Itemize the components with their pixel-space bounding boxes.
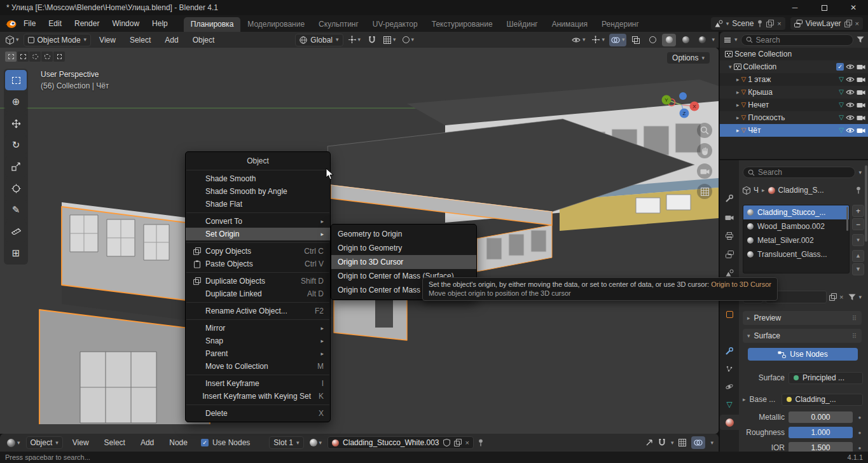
menu-item-shade-smooth-by-angle[interactable]: Shade Smooth by Angle [186,185,330,198]
expand-icon[interactable]: ▸ [736,128,740,134]
animate-dot-icon[interactable]: ● [857,445,863,451]
menu-view[interactable]: View [93,34,121,46]
view-layer-selector[interactable]: ViewLayer × [790,17,863,30]
eye-icon[interactable] [846,89,855,95]
overlays-toggle[interactable] [691,436,705,449]
expand-icon[interactable]: ▸ [736,102,740,108]
surface-shader-dropdown[interactable]: Principled ... [789,372,863,384]
copy-icon[interactable] [766,20,774,27]
menu-item-copy-objects[interactable]: Copy ObjectsCtrl C [186,245,330,258]
close-icon[interactable]: × [855,20,859,27]
tool-rotate[interactable]: ↻ [5,135,27,155]
slot-specials-dropdown[interactable]: ▾ [852,234,864,246]
menu-item-convert-to[interactable]: Convert To▸ [186,215,330,228]
blender-logo[interactable] [5,18,17,29]
use-nodes-checkbox[interactable]: ✓ Use Nodes [201,438,250,447]
camera-icon[interactable] [857,127,865,134]
unlink-icon[interactable]: × [839,293,843,301]
select-mode-tweak[interactable] [5,52,17,62]
tab-modifiers[interactable] [720,343,739,359]
menu-item-delete[interactable]: DeleteX [186,407,330,420]
animate-dot-icon[interactable]: ● [857,415,863,420]
material-slot[interactable]: Metal_Silver.002 [743,233,849,247]
editor-type-button[interactable]: ▾ [5,436,22,449]
select-mode-circle[interactable] [29,52,41,62]
menu-item-paste-objects[interactable]: Paste ObjectsCtrl V [186,258,330,270]
menu-view[interactable]: View [67,436,95,449]
menu-item-move-to-collection[interactable]: Move to CollectionM [186,360,330,373]
shader-type-dropdown[interactable]: Object ▾ [26,436,63,449]
tab-physics[interactable] [720,379,739,394]
eye-icon[interactable] [846,102,855,108]
minimize-button[interactable]: ─ [780,0,809,15]
camera-icon[interactable] [857,102,865,108]
properties-scrollbar[interactable] [865,165,867,242]
menu-add[interactable]: Add [159,34,184,46]
select-mode-lasso[interactable] [41,52,53,62]
menu-item-insert-keyframe-keying-set[interactable]: Insert Keyframe with Keying SetK [186,390,330,403]
menu-item-shade-smooth[interactable]: Shade Smooth [186,172,330,185]
tab-tool[interactable] [720,191,739,206]
snap-cursor-icon[interactable] [645,439,653,446]
eye-icon[interactable] [846,127,855,134]
menu-item-rename-active-object[interactable]: Rename Active Object...F2 [186,305,330,317]
shading-material-button[interactable] [679,34,692,46]
menu-edit[interactable]: Edit [43,17,67,30]
chevron-right-icon[interactable]: ▸ [743,397,746,403]
magnet-icon[interactable] [658,439,666,446]
menu-node[interactable]: Node [163,436,193,449]
fake-user-shield-icon[interactable] [443,439,450,446]
mode-dropdown[interactable]: Object Mode ▾ [24,34,92,46]
menu-add[interactable]: Add [135,436,160,449]
slot-dropdown[interactable]: Slot 1 ▾ [269,436,303,449]
menu-item-shade-flat[interactable]: Shade Flat [186,198,330,211]
tool-scale[interactable] [5,156,27,177]
menu-file[interactable]: File [18,17,41,30]
snap-grid-icon[interactable] [679,439,686,446]
tool-add-cube[interactable]: ⊞ [5,243,27,263]
use-nodes-button[interactable]: Use Nodes [748,348,858,361]
tool-move[interactable] [5,113,27,134]
eye-icon[interactable] [846,64,855,70]
menu-help[interactable]: Help [146,17,174,30]
base-color-dropdown[interactable]: Cladding_... [782,394,863,406]
tab-object-data[interactable]: ▽ [720,397,739,412]
menu-item-insert-keyframe[interactable]: Insert KeyframeI [186,377,330,390]
tab-моделирование[interactable]: Моделирование [240,17,312,32]
object-visibility-dropdown[interactable]: ▾ [570,34,588,46]
eye-icon[interactable] [846,76,855,83]
preview-panel-header[interactable]: ▸ Preview ⠿ [743,311,862,325]
expand-icon[interactable]: ▸ [736,77,740,83]
tab-output[interactable] [720,228,739,244]
add-slot-button[interactable]: + [852,205,864,217]
menu-object[interactable]: Object [187,34,221,46]
filter-icon[interactable] [857,36,864,43]
menu-window[interactable]: Window [106,17,145,30]
snap-settings-dropdown[interactable]: ▾ [382,34,398,46]
shading-rendered-button[interactable] [695,34,709,46]
tab-рендеринг[interactable]: Рендеринг [595,17,646,32]
chevron-down-icon[interactable]: ▾ [710,440,713,446]
menu-render[interactable]: Render [69,17,105,30]
metallic-slider[interactable]: 0.000 [789,411,853,423]
pan-hand-icon[interactable] [697,143,712,158]
tab-uv-редактор[interactable]: UV-редактор [366,17,425,32]
menu-select[interactable]: Select [124,34,156,46]
material-name-field[interactable]: Cladding_Stucco_White.003 × [327,436,474,449]
surface-panel-header[interactable]: ▾ Surface ⠿ [743,329,862,343]
menu-item-parent[interactable]: Parent▸ [186,347,330,360]
shading-wireframe-button[interactable] [645,34,659,46]
scene-selector[interactable]: ▾ Scene × [711,17,785,30]
tool-transform[interactable] [5,178,27,198]
xray-toggle[interactable] [629,34,643,46]
overlays-dropdown[interactable]: ▾ [609,34,627,46]
outliner-row-нечет[interactable]: ▸ ▽ Нечет ▽ [720,99,868,111]
animate-dot-icon[interactable]: ● [857,430,863,436]
tool-cursor[interactable]: ⊕ [5,92,27,112]
submenu-item-origin-to-geometry[interactable]: Origin to Geometry [331,241,476,255]
properties-search-input[interactable]: Search [743,167,855,178]
outliner-row-плоскость[interactable]: ▸ ▽ Плоскость ▽ [720,111,868,124]
camera-icon[interactable] [857,89,865,95]
chevron-down-icon[interactable]: ▾ [671,440,674,446]
copy-icon[interactable] [829,293,837,301]
